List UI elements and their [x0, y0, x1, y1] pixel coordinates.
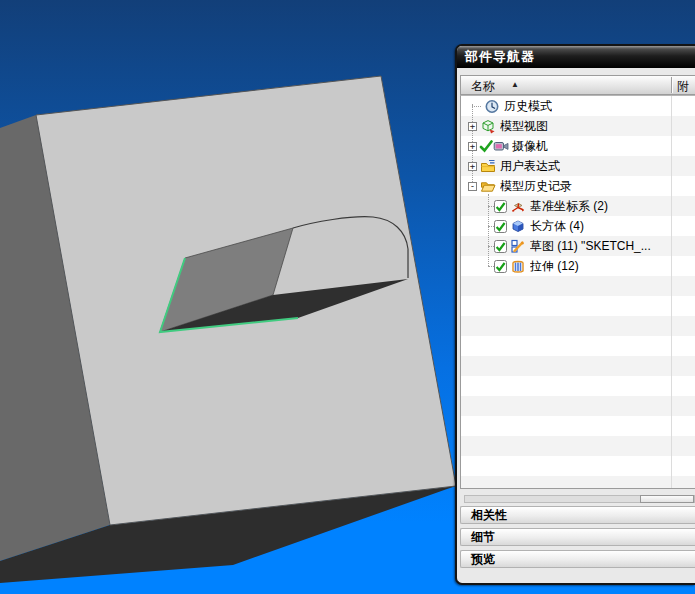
tree-row-datum-csys[interactable]: 基准坐标系 (2) — [461, 196, 695, 216]
tree-item-label: 历史模式 — [504, 98, 552, 115]
tree-row-block[interactable]: 长方体 (4) — [461, 216, 695, 236]
sketch-icon — [510, 238, 526, 254]
panel-title: 部件导航器 — [465, 49, 535, 64]
column-header-name[interactable]: 名称 — [471, 78, 495, 95]
expand-plus-icon[interactable]: + — [468, 142, 477, 151]
feature-tree: 历史模式 + 模型视图 + 摄像机 — [460, 95, 695, 489]
expand-plus-icon[interactable]: + — [468, 162, 477, 171]
section-label: 相关性 — [471, 508, 507, 522]
model-views-icon — [480, 118, 496, 134]
expressions-folder-icon — [480, 158, 496, 174]
feature-checkbox-checked[interactable] — [494, 260, 507, 273]
tree-item-label: 模型历史记录 — [500, 178, 572, 195]
section-label: 细节 — [471, 530, 495, 544]
section-preview[interactable]: 预览 — [460, 550, 695, 568]
tree-row-user-expressions[interactable]: + 用户表达式 — [461, 156, 695, 176]
column-separator[interactable] — [671, 77, 672, 93]
expand-plus-icon[interactable]: + — [468, 122, 477, 131]
tree-row-model-history[interactable]: - 模型历史记录 — [461, 176, 695, 196]
panel-title-bar[interactable]: 部件导航器 — [457, 46, 695, 68]
datum-csys-icon — [510, 198, 526, 214]
part-navigator-panel: 部件导航器 名称 ▲ 附注 历史模式 + 模型视图 — [455, 44, 695, 585]
tree-item-label: 拉伸 (12) — [530, 258, 579, 275]
extrude-icon — [510, 258, 526, 274]
tree-row-cameras[interactable]: + 摄像机 — [461, 136, 695, 156]
section-dependencies[interactable]: 相关性 — [460, 506, 695, 524]
section-label: 预览 — [471, 552, 495, 566]
collapse-minus-icon[interactable]: - — [468, 182, 477, 191]
tree-connector-stub — [472, 106, 481, 107]
horizontal-scrollbar[interactable] — [464, 495, 695, 503]
tree-item-label: 摄像机 — [512, 138, 548, 155]
open-folder-icon — [480, 178, 496, 194]
tree-row-model-views[interactable]: + 模型视图 — [461, 116, 695, 136]
tree-item-label: 模型视图 — [500, 118, 548, 135]
tree-row-sketch[interactable]: 草图 (11) "SKETCH_... — [461, 236, 695, 256]
scrollbar-thumb[interactable] — [640, 495, 694, 503]
tree-item-label: 长方体 (4) — [530, 218, 584, 235]
sort-ascending-icon[interactable]: ▲ — [511, 80, 519, 89]
block-icon — [510, 218, 526, 234]
feature-checkbox-checked[interactable] — [494, 240, 507, 253]
clock-icon — [484, 98, 500, 114]
tree-item-label: 草图 (11) "SKETCH_... — [530, 238, 651, 255]
tree-item-label: 基准坐标系 (2) — [530, 198, 608, 215]
section-details[interactable]: 细节 — [460, 528, 695, 546]
green-check-icon — [479, 138, 493, 154]
tree-row-extrude[interactable]: 拉伸 (12) — [461, 256, 695, 276]
tree-row-history-mode[interactable]: 历史模式 — [461, 96, 695, 116]
tree-item-label: 用户表达式 — [500, 158, 560, 175]
column-header-row: 名称 ▲ 附注 — [460, 75, 695, 95]
feature-checkbox-checked[interactable] — [494, 200, 507, 213]
feature-checkbox-checked[interactable] — [494, 220, 507, 233]
camera-icon — [493, 138, 509, 154]
